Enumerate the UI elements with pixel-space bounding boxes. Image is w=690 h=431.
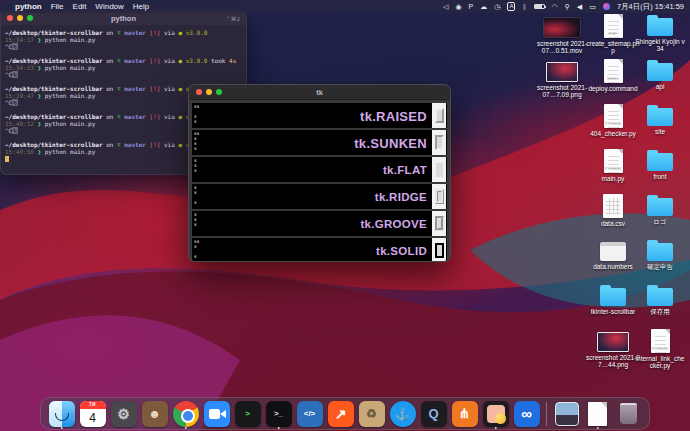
vscode-icon: </> (297, 401, 323, 427)
listbox-item[interactable]: s (194, 222, 197, 227)
status-icons: ◁◉P☁◷Aᛒ◠⚲◀▭ (443, 0, 610, 13)
display-icon[interactable]: ▭ (589, 0, 596, 13)
desktop-icon-main-py[interactable]: PYTHONmain.py (586, 149, 640, 194)
desktop-icon--[interactable]: 保存用 (634, 284, 686, 329)
desktop-icon-screenshot-2021-07-44-png[interactable]: screenshot 2021-07…44.png (586, 329, 640, 374)
cloud-icon[interactable]: ☁ (480, 0, 487, 13)
tk-listbox-solid[interactable]: sssstk.SOLID (192, 238, 447, 262)
listbox-items: sss (194, 158, 197, 173)
menu-item-window[interactable]: Window (95, 2, 123, 11)
record-icon[interactable]: ◉ (456, 0, 462, 13)
megaphone-icon[interactable]: ◁ (443, 0, 448, 13)
app-menu-title[interactable]: python (15, 2, 42, 11)
scrollbar-thumb-raised[interactable] (435, 108, 444, 123)
tk-window[interactable]: tk sssstk.RAISEDssssstk.SUNKENssstk.FLAT… (188, 84, 451, 262)
desktop-icon-tkinter-scrollbar[interactable]: tkinter-scrollbar (586, 284, 640, 329)
menu-bar-clock[interactable]: 7月4日(日) 15:41:59 (617, 2, 684, 12)
desktop-icon--[interactable]: ロゴ (634, 194, 686, 239)
tk-listbox-ridge[interactable]: ssstk.RIDGE (192, 184, 447, 209)
dock-item-zoom[interactable] (203, 400, 230, 427)
desktop-icon-create-sitemap-php[interactable]: PHPcreate_sitemap.php (586, 14, 640, 59)
siri-icon[interactable] (603, 3, 610, 10)
scrollbar-thumb-groove[interactable] (435, 216, 444, 231)
listbox-item[interactable]: ss (194, 104, 199, 109)
desktop-icon-data-csv[interactable]: data.csv (586, 194, 640, 239)
dock-item-trash[interactable] (615, 400, 642, 427)
menu-items: FileEditWindowHelp (51, 2, 159, 11)
desktop-icon-api[interactable]: api (634, 59, 686, 104)
timer-icon[interactable]: ◷ (494, 0, 500, 13)
listbox-item[interactable]: s (194, 254, 199, 259)
scrollbar-thumb-flat[interactable] (436, 163, 443, 177)
tk-listbox-groove[interactable]: ssstk.GROOVE (192, 211, 447, 236)
menu-item-file[interactable]: File (51, 2, 64, 11)
dock-item-document[interactable] (584, 400, 611, 427)
battery-icon[interactable] (534, 4, 545, 9)
dock-item-finder[interactable] (48, 400, 75, 427)
desktop-icon-deploy-command[interactable]: SHELLdeploy.command (586, 59, 640, 104)
spotlight-icon[interactable]: ⚲ (565, 0, 570, 13)
scrollbar-thumb-sunken[interactable] (435, 135, 444, 150)
bluetooth-icon[interactable]: ᛒ (522, 0, 526, 13)
document-file-icon: PHP (604, 14, 623, 38)
listbox-item[interactable]: s (194, 190, 197, 195)
desktop-icon-site[interactable]: site (634, 104, 686, 149)
desktop-icon-label: main.py (602, 175, 625, 182)
desktop-icon-front[interactable]: front (634, 149, 686, 194)
menu-item-edit[interactable]: Edit (73, 2, 87, 11)
input-source-icon[interactable]: A (507, 2, 515, 11)
desktop-icon-screenshot-2021-07-0-51-mov[interactable]: screenshot 2021-07…0.51.mov (536, 14, 588, 59)
dock-item-iterm[interactable]: >_ (265, 400, 292, 427)
dock-item-quicktime[interactable]: Q (420, 400, 447, 427)
dock-item-infinity-app[interactable]: ∞ (513, 400, 540, 427)
dock-item-downloads-stack[interactable] (553, 400, 580, 427)
volume-icon[interactable]: ◀ (577, 0, 582, 13)
tk-listbox-sunken[interactable]: ssssstk.SUNKEN (192, 130, 447, 155)
tk-listbox-raised[interactable]: sssstk.RAISED (192, 103, 447, 128)
parallels-icon[interactable]: P (469, 0, 474, 13)
listbox-item[interactable]: s (194, 119, 199, 124)
dock-item-appcleaner[interactable]: ♻ (358, 400, 385, 427)
dock-item-terminal[interactable]: > (234, 400, 261, 427)
desktop-icon-internal-link-checker-py[interactable]: PYTHONinternal_link_checker.py (634, 329, 686, 374)
desktop-icon-shingeki-kyojin-v34[interactable]: Shingeki Kyojin v34 (634, 14, 686, 59)
dock-item-chrome[interactable] (172, 400, 199, 427)
dock-item-vscode[interactable]: </> (296, 400, 323, 427)
scrollbar-thumb-solid[interactable] (435, 243, 444, 258)
dock-item-sitemap-app[interactable]: ⋔ (451, 400, 478, 427)
desktop-icon-screenshot-2021-07-7-09-png[interactable]: screenshot 2021-07…7.09.png (536, 59, 588, 104)
image-thumbnail-icon (597, 332, 629, 352)
dock-item-contacts[interactable]: ☻ (141, 400, 168, 427)
dock-item-system-preferences[interactable]: ⚙ (110, 400, 137, 427)
dock-item-docker[interactable]: ⚓ (389, 400, 416, 427)
listbox-item[interactable]: s (194, 146, 199, 151)
scrollbar-solid[interactable] (432, 238, 446, 262)
wifi-icon[interactable]: ◠ (552, 0, 558, 13)
scrollbar-sunken[interactable] (432, 130, 446, 155)
quicktime-icon: Q (421, 401, 447, 427)
listbox-item[interactable]: s (194, 200, 197, 205)
sitemap-app-icon: ⋔ (452, 401, 478, 427)
scrollbar-raised[interactable] (432, 103, 446, 128)
tk-listbox-flat[interactable]: ssstk.FLAT (192, 157, 447, 182)
scrollbar-thumb-ridge[interactable] (435, 189, 444, 204)
desktop-icon--[interactable]: 確定申告 (634, 239, 686, 284)
desktop-icon-404-checker-py[interactable]: PYTHON404_checker.py (586, 104, 640, 149)
dock-item-trend-app[interactable]: ↗ (327, 400, 354, 427)
tk-titlebar[interactable]: tk (189, 85, 450, 100)
dock-item-editor-app[interactable] (482, 400, 509, 427)
scrollbar-flat[interactable] (432, 157, 446, 182)
command-line: 15:34:17 ❯ python main.py (5, 36, 242, 43)
terminal-titlebar[interactable]: python ⌃⌘2 (1, 11, 246, 25)
scrollbar-ridge[interactable] (432, 184, 446, 209)
file-type-badge: SHELL (604, 77, 623, 81)
running-indicator-dot (277, 427, 280, 430)
file-type-badge: PYTHON (651, 347, 670, 351)
scrollbar-groove[interactable] (432, 211, 446, 236)
trend-app-icon: ↗ (328, 401, 354, 427)
listbox-item[interactable]: s (194, 168, 197, 173)
desktop-icon-data-numbers[interactable]: data.numbers (586, 239, 640, 284)
menu-item-help[interactable]: Help (133, 2, 149, 11)
listbox-items: sss (194, 212, 197, 227)
dock-item-calendar[interactable]: 7月4 (79, 400, 106, 427)
